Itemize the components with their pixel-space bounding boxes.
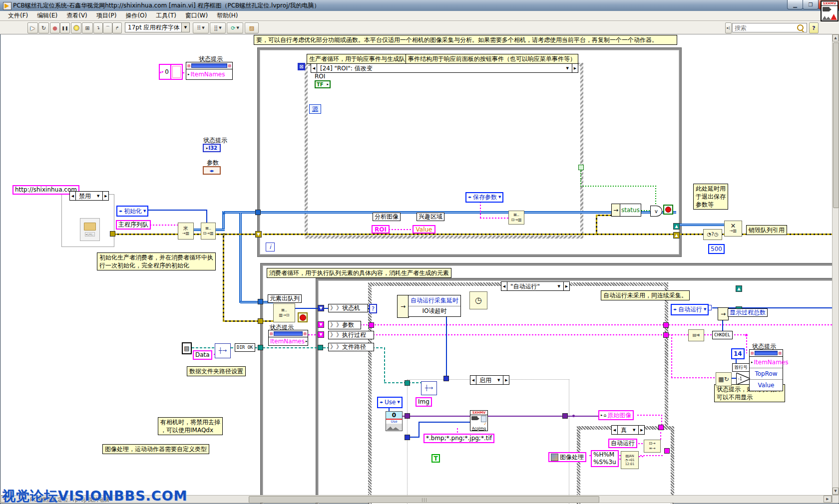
unbundle-params[interactable]: 》》参数 xyxy=(328,321,361,329)
comment-event-structure[interactable]: 事件结构用于响应前面板的按钮事件（也可以响应菜单事件等） xyxy=(406,54,578,64)
wait-node[interactable]: ◔?◷ xyxy=(703,229,722,240)
show-total-label[interactable]: 显示过程总数 xyxy=(728,308,768,317)
save-params-enum[interactable]: ◂▸保存参数▼ xyxy=(465,192,503,203)
tunnel-event-green[interactable] xyxy=(578,165,584,170)
tunnel-truecase-string[interactable] xyxy=(658,425,664,430)
tunnel-queue-in[interactable] xyxy=(255,210,261,215)
disable-structure-selector[interactable]: ◀ 禁用 ▼ ▶ xyxy=(69,191,109,201)
prev-case-icon[interactable]: ◀ xyxy=(311,64,317,72)
file-dialog-node-disabled[interactable]: ▾URL: xyxy=(80,218,100,241)
shift-register-params[interactable]: ▼ xyxy=(318,321,324,328)
auto-run-string-constant[interactable]: 自动运行 xyxy=(608,439,637,448)
search-collapse-button[interactable]: ▸| xyxy=(725,22,732,33)
tunnel-case-path[interactable] xyxy=(318,345,323,350)
tunnel-autocase-img[interactable] xyxy=(664,448,670,454)
time-format-constant[interactable]: %H%M%S%3u xyxy=(591,450,619,467)
menu-view[interactable]: 查看(V) xyxy=(62,11,91,20)
vi-path-node[interactable]: ▤ xyxy=(182,342,192,354)
title-bar[interactable]: PCB螺丝孔定位系统-石鑫华视觉网http://shixinhua.com [m… xyxy=(0,0,839,11)
format-datetime-node[interactable]: ▨JAN◔→0112:01 xyxy=(621,451,639,469)
array-constant[interactable]: ▲▼ 0 xyxy=(159,64,183,80)
tunnel-enable-imaq-in[interactable] xyxy=(405,413,410,419)
table-node[interactable]: ▦↻ xyxy=(716,372,732,386)
next-case-icon[interactable]: ▶ xyxy=(572,64,578,72)
loop-tunnel-queue-out[interactable]: ▲ xyxy=(673,223,680,230)
array-index[interactable]: 0 xyxy=(163,65,171,79)
scroll-up-icon[interactable]: ▲ xyxy=(833,34,839,41)
comment-init[interactable]: 初始化生产者消费者，并在消费者循环中执 行一次初始化，完全程序的初始化 xyxy=(97,252,216,270)
comment-auto-run-note[interactable]: 自动运行未采用，同连续采集。 xyxy=(601,290,690,300)
status-tip-property-node-1[interactable]: ▨▨ ▸ItemNames xyxy=(186,62,233,80)
menu-tools[interactable]: 工具(T) xyxy=(152,11,180,20)
enqueue-init-node[interactable]: ⊠..⊡→▥ xyxy=(201,223,216,240)
case-selector-terminal[interactable]: ? xyxy=(369,304,377,313)
imaq-create-node[interactable]: 0 Use xyxy=(386,411,403,431)
align-objects-button[interactable]: ⠿▼ xyxy=(193,22,209,33)
font-selector[interactable]: 17pt 应用程序字体 ▼ xyxy=(125,22,190,32)
tunnel-autocase-param-out[interactable] xyxy=(663,322,669,328)
array-element[interactable] xyxy=(172,66,181,78)
retain-wire-values-button[interactable]: ⊞ xyxy=(82,22,93,33)
event-source-node[interactable]: 源 xyxy=(309,104,321,114)
enqueue-node[interactable]: ⊠..⊡→▥ xyxy=(508,211,524,225)
clean-up-diagram-button[interactable]: ▨ xyxy=(245,22,259,33)
menu-file[interactable]: 文件(F) xyxy=(4,11,32,20)
menu-help[interactable]: 帮助(H) xyxy=(213,11,242,20)
wait-next-ms-node[interactable]: ◷ xyxy=(469,291,487,309)
unbundle-exec-process[interactable]: 》》执行过程 xyxy=(328,331,374,339)
menu-window[interactable]: 窗口(W) xyxy=(181,11,212,20)
build-path-node-2[interactable]: ┼→ xyxy=(421,381,437,395)
vertical-scroll-thumb[interactable] xyxy=(833,42,839,208)
comment-destroy-queue[interactable]: 销毁队列引用 xyxy=(746,225,787,235)
minimize-button[interactable]: ▁ xyxy=(787,0,803,9)
scroll-down-icon[interactable]: ▼ xyxy=(833,488,839,495)
tunnel-consumer-queue[interactable] xyxy=(258,299,263,304)
highlight-execution-button[interactable] xyxy=(71,22,81,33)
comment-camera-note[interactable]: 有相机时，将禁用去掉 ，可以使用IMAQdx xyxy=(158,417,223,435)
tunnel-enable-imaq-out[interactable] xyxy=(562,413,568,419)
comment-delay-exit[interactable]: 此处延时用 于退出保存 参数等 xyxy=(693,184,728,210)
comment-top[interactable]: 要，可以自行考虑优化部分功能或函数。本平台仅适用一个相机的图像采集与分析。如果需… xyxy=(254,35,677,45)
index-spinner[interactable]: ▲▼ xyxy=(160,65,163,79)
merge-node[interactable]: ▤⇉ xyxy=(688,329,704,341)
auto-run-case-selector[interactable]: ◀ "自动运行" ▼ ▶ xyxy=(501,281,570,291)
tunnel-enable-path[interactable] xyxy=(405,380,410,386)
image-process-node[interactable]: 图像处理 xyxy=(548,452,586,462)
step-over-button[interactable]: ⌒ xyxy=(103,22,112,33)
distribute-objects-button[interactable]: ⣿▼ xyxy=(210,22,226,33)
tf-terminal[interactable]: TF▸ xyxy=(315,80,331,88)
i32-terminal[interactable]: ▸I32 xyxy=(203,144,221,152)
event-structure-selector[interactable]: ◀ [24] "ROI": 值改变 ▼ ▶ xyxy=(311,63,578,73)
true-constant[interactable]: T xyxy=(431,454,440,463)
sxhmv-acqimg-node[interactable]: SXHMV ✓ AcqImg xyxy=(470,410,488,431)
decrement-node[interactable]: -1 xyxy=(737,373,750,384)
file-pattern-constant[interactable]: *.bmp;*.png;*.jpg;*.tif xyxy=(423,434,494,443)
comment-custom-type[interactable]: 图像处理，运动动作器需要自定义类型 xyxy=(102,444,209,454)
use-enum-constant[interactable]: ◂▸Use▼ xyxy=(377,397,403,408)
vi-icon[interactable]: SXHMV xyxy=(821,0,839,21)
shift-register-left[interactable]: ▼ xyxy=(255,231,262,238)
main-queue-string[interactable]: 主程序列队 xyxy=(116,220,151,230)
vertical-scrollbar[interactable]: ▲ ▼ xyxy=(832,34,839,495)
roi-property-node[interactable]: ROI xyxy=(372,225,390,234)
search-field[interactable] xyxy=(732,23,807,32)
help-button[interactable]: ? xyxy=(809,22,819,33)
build-path-node-1[interactable]: ┼→ xyxy=(215,343,231,358)
img-string-constant[interactable]: Img xyxy=(416,397,432,407)
tunnel-consumer-error[interactable] xyxy=(258,318,263,324)
data-string-constant[interactable]: Data xyxy=(193,350,212,360)
scroll-right-icon[interactable]: ▶ xyxy=(824,496,832,503)
consumer-stop-button[interactable] xyxy=(298,312,308,322)
params-cluster-terminal[interactable]: ◂▸ xyxy=(203,166,221,175)
pause-button[interactable]: ❚❚ xyxy=(60,22,70,33)
bundle-icon-cell[interactable]: → xyxy=(397,295,409,318)
unbundle-file-path[interactable]: 》》文件路径 xyxy=(328,343,374,351)
tunnel-autocase-exec-out[interactable] xyxy=(663,332,669,338)
comment-consumer-loop[interactable]: 消费者循环，用于执行队列元素的具体内容，消耗生产者生成的元素 xyxy=(267,268,451,278)
original-image-local-variable[interactable]: ▸⌂原始图像 xyxy=(598,410,634,420)
tunnel-disable-error[interactable] xyxy=(110,231,115,237)
true-case-selector[interactable]: ◀ 真 ▼ ▶ xyxy=(611,425,645,435)
tunnel-enable-blue[interactable] xyxy=(405,435,410,440)
status-unbundle-node[interactable]: → status xyxy=(611,204,641,217)
search-input[interactable] xyxy=(733,24,797,32)
